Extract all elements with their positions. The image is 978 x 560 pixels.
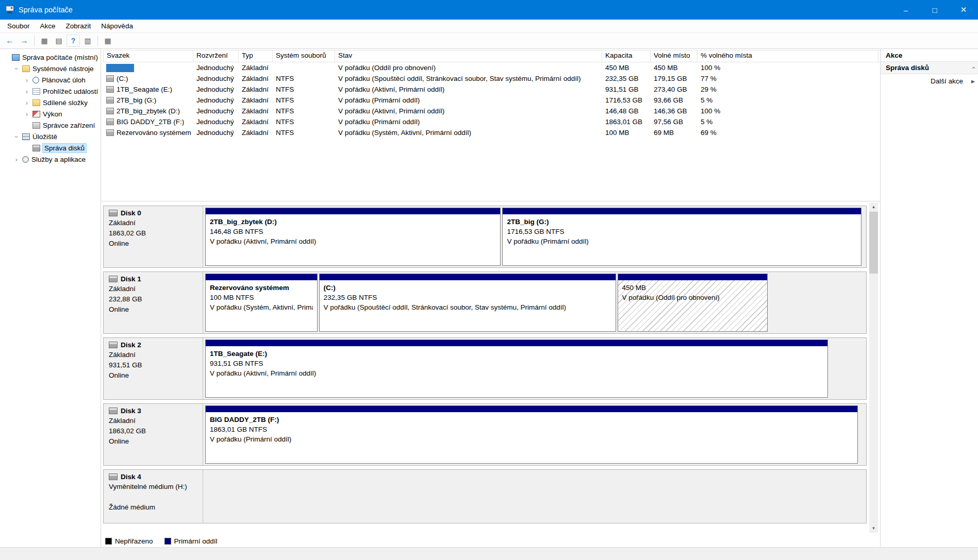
disk-info-line: Online xyxy=(109,304,198,315)
menu-item[interactable]: Zobrazit xyxy=(61,20,96,32)
table-row[interactable]: Rezervováno systémemJednoduchýZákladníNT… xyxy=(103,127,880,138)
title-bar: Správa počítače –□✕ xyxy=(0,0,978,20)
table-row[interactable]: BIG DADDY_2TB (F:)JednoduchýZákladníNTFS… xyxy=(103,116,880,127)
disk-info[interactable]: Disk 2Základní931,51 GBOnline xyxy=(104,338,203,399)
tree-item-storage[interactable]: ›Úložiště xyxy=(0,131,101,142)
cell: Jednoduchý xyxy=(193,75,239,82)
minimize-button[interactable]: – xyxy=(891,0,920,20)
more-actions-label: Další akce xyxy=(931,77,963,85)
scroll-down-icon[interactable]: ▼ xyxy=(869,524,878,533)
tree-item-task-scheduler[interactable]: ›Plánovač úloh xyxy=(0,74,101,86)
cell: Základní xyxy=(239,118,273,126)
menu-item[interactable]: Akce xyxy=(35,20,61,32)
partition[interactable]: 1TB_Seagate (E:)931,51 GB NTFSV pořádku … xyxy=(205,340,828,398)
partition[interactable]: (C:)232,35 GB NTFSV pořádku (Spouštěcí o… xyxy=(319,274,616,332)
export-list-icon[interactable]: ▤ xyxy=(52,35,65,47)
partition[interactable]: 450 MBV pořádku (Oddíl pro obnovení) xyxy=(618,274,768,332)
tree-item-device-manager[interactable]: Správce zařízení xyxy=(0,120,101,131)
menu-item[interactable]: Soubor xyxy=(2,20,35,32)
partition-area: Rezervováno systémem100 MB NTFSV pořádku… xyxy=(203,272,866,333)
legend: NepřiřazenoPrimární oddíl xyxy=(105,537,218,545)
actions-section-disk-management[interactable]: Správa disků › xyxy=(881,62,978,74)
tree-item-folder-tools[interactable]: ›Systémové nástroje xyxy=(0,63,101,74)
cell: Základní xyxy=(239,107,273,115)
column-header[interactable]: Stav xyxy=(335,50,602,62)
table-row[interactable]: 2TB_big_zbytek (D:)JednoduchýZákladníNTF… xyxy=(103,106,880,116)
partition-name: 1TB_Seagate (E:) xyxy=(210,349,823,359)
column-header[interactable]: Svazek xyxy=(103,50,193,62)
cell: Základní xyxy=(239,64,273,72)
partition-color-bar xyxy=(320,274,616,280)
disk-info[interactable]: Disk 3Základní1863,02 GBOnline xyxy=(104,404,203,465)
expander-icon[interactable]: › xyxy=(24,88,30,95)
show-action-pane-icon[interactable]: ▥ xyxy=(81,35,94,47)
partition-color-bar xyxy=(206,208,500,214)
volume-name: (C:) xyxy=(117,75,128,82)
cell: 146,36 GB xyxy=(651,107,698,115)
tree-item-event-viewer[interactable]: ›Prohlížeč událostí xyxy=(0,86,101,97)
volume-name: 1TB_Seagate (E:) xyxy=(117,86,172,93)
expander-icon[interactable]: › xyxy=(13,133,21,140)
more-actions-item[interactable]: Další akce ▶ xyxy=(881,74,978,88)
legend-swatch xyxy=(105,538,112,545)
expander-icon[interactable]: › xyxy=(24,110,30,118)
partition-area: 2TB_big_zbytek (D:)146,48 GB NTFSV pořád… xyxy=(203,206,866,267)
tree-item-computer[interactable]: Správa počítače (místní) xyxy=(0,52,101,63)
tree-item-disk-management[interactable]: Správa disků xyxy=(0,142,101,154)
vertical-scrollbar[interactable]: ▲ ▼ xyxy=(869,202,878,533)
scroll-up-icon[interactable]: ▲ xyxy=(869,202,878,211)
scrollbar-thumb[interactable] xyxy=(869,212,878,274)
cell: V pořádku (Primární oddíl) xyxy=(335,96,602,104)
table-row[interactable]: 1TB_Seagate (E:)JednoduchýZákladníNTFSV … xyxy=(103,84,880,95)
column-header[interactable]: Systém souborů xyxy=(273,50,335,62)
disk-info[interactable]: Disk 0Základní1863,02 GBOnline xyxy=(104,206,203,267)
legend-label: Primární oddíl xyxy=(174,537,218,545)
computer-icon xyxy=(12,54,20,61)
show-console-tree-icon[interactable]: ▦ xyxy=(38,35,51,47)
partition-area xyxy=(203,470,866,523)
expander-icon[interactable]: › xyxy=(13,156,20,163)
table-row[interactable]: 2TB_big (G:)JednoduchýZákladníNTFSV pořá… xyxy=(103,95,880,106)
back-arrow-icon[interactable]: ← xyxy=(3,35,16,47)
cell: V pořádku (Primární oddíl) xyxy=(335,118,602,126)
help-icon[interactable]: ? xyxy=(67,35,80,47)
legend-item: Nepřiřazeno xyxy=(105,537,153,545)
partition[interactable]: BIG DADDY_2TB (F:)1863,01 GB NTFSV pořád… xyxy=(205,405,858,464)
expander-icon[interactable]: › xyxy=(24,76,30,84)
table-row[interactable]: (C:)JednoduchýZákladníNTFSV pořádku (Spo… xyxy=(103,73,880,84)
disk-info[interactable]: Disk 1Základní232,88 GBOnline xyxy=(104,272,203,333)
cell: 450 MB xyxy=(602,64,651,72)
disk-management-icon xyxy=(32,145,40,151)
column-header[interactable]: Rozvržení xyxy=(193,50,239,62)
expander-icon[interactable]: › xyxy=(13,65,21,72)
disk-info-line: Základní xyxy=(109,284,198,294)
tree-item-performance[interactable]: ›Výkon xyxy=(0,108,101,120)
partition[interactable]: 2TB_big (G:)1716,53 GB NTFSV pořádku (Pr… xyxy=(502,208,861,266)
partition[interactable]: Rezervováno systémem100 MB NTFSV pořádku… xyxy=(205,274,318,332)
close-button[interactable]: ✕ xyxy=(949,0,978,20)
partition-area: BIG DADDY_2TB (F:)1863,01 GB NTFSV pořád… xyxy=(203,404,866,465)
partition[interactable]: 2TB_big_zbytek (D:)146,48 GB NTFSV pořád… xyxy=(205,208,501,266)
disk-info-line: Vyměnitelné médium (H:) xyxy=(109,482,198,492)
expander-icon[interactable]: › xyxy=(24,99,30,107)
tree-item-services[interactable]: ›Služby a aplikace xyxy=(0,154,101,165)
disk-icon xyxy=(109,408,118,414)
partition-status: V pořádku (Oddíl pro obnovení) xyxy=(622,293,764,302)
maximize-button[interactable]: □ xyxy=(920,0,949,20)
column-header[interactable]: Volné místo xyxy=(651,50,698,62)
collapse-chevron-icon[interactable]: › xyxy=(969,66,976,69)
cell: Jednoduchý xyxy=(193,64,239,72)
column-header[interactable]: % volného místa xyxy=(698,50,878,62)
cell: 69 % xyxy=(698,129,878,137)
disk-info-line: Online xyxy=(109,370,198,381)
cell: NTFS xyxy=(273,107,335,115)
column-header[interactable]: Kapacita xyxy=(602,50,651,62)
menu-item[interactable]: Nápověda xyxy=(96,20,138,32)
column-header[interactable]: Typ xyxy=(239,50,273,62)
table-row[interactable]: JednoduchýZákladníV pořádku (Oddíl pro o… xyxy=(103,62,880,73)
tree-item-shared-folders[interactable]: ›Sdílené složky xyxy=(0,97,101,108)
disk-info[interactable]: Disk 4Vyměnitelné médium (H:) Žádné médi… xyxy=(104,470,203,523)
view-icon[interactable]: ▦ xyxy=(101,35,114,47)
forward-arrow-icon[interactable]: → xyxy=(18,35,31,47)
volume-table-header: SvazekRozvrženíTypSystém souborůStavKapa… xyxy=(103,50,880,62)
